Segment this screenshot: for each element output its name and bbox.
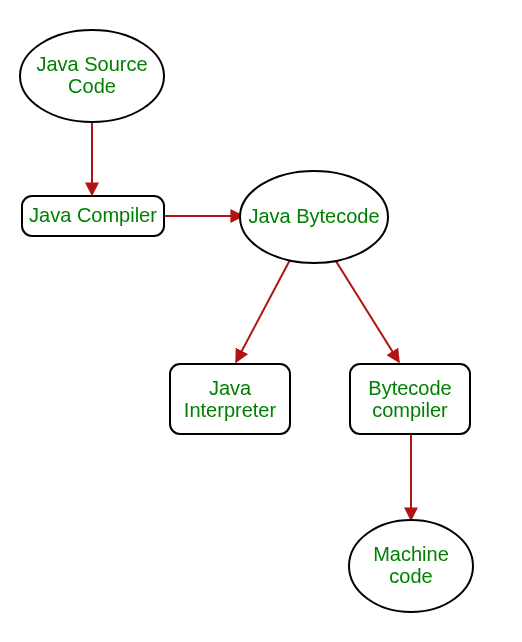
node-bytecode-compiler-label-1: Bytecode bbox=[368, 377, 451, 399]
node-java-interpreter-label-1: Java bbox=[209, 377, 252, 399]
node-bytecode-compiler: Bytecode compiler bbox=[350, 364, 470, 434]
node-java-bytecode-label: Java Bytecode bbox=[248, 205, 379, 227]
node-java-interpreter-label-2: Interpreter bbox=[184, 399, 277, 421]
node-java-compiler-label: Java Compiler bbox=[29, 204, 157, 226]
edge-bytecode-to-bccompiler bbox=[334, 258, 399, 362]
node-java-compiler: Java Compiler bbox=[22, 196, 164, 236]
node-bytecode-compiler-label-2: compiler bbox=[372, 399, 448, 421]
node-machine-code-label-1: Machine bbox=[373, 543, 449, 565]
node-java-source-code-label-1: Java Source bbox=[36, 53, 147, 75]
node-java-source-code-label-2: Code bbox=[68, 75, 116, 97]
node-machine-code: Machine code bbox=[349, 520, 473, 612]
node-machine-code-label-2: code bbox=[389, 565, 432, 587]
node-java-interpreter: Java Interpreter bbox=[170, 364, 290, 434]
node-java-bytecode: Java Bytecode bbox=[240, 171, 388, 263]
edge-bytecode-to-interpreter bbox=[236, 258, 291, 362]
java-compilation-diagram: Java Source Code Java Compiler Java Byte… bbox=[0, 0, 522, 642]
node-java-source-code: Java Source Code bbox=[20, 30, 164, 122]
